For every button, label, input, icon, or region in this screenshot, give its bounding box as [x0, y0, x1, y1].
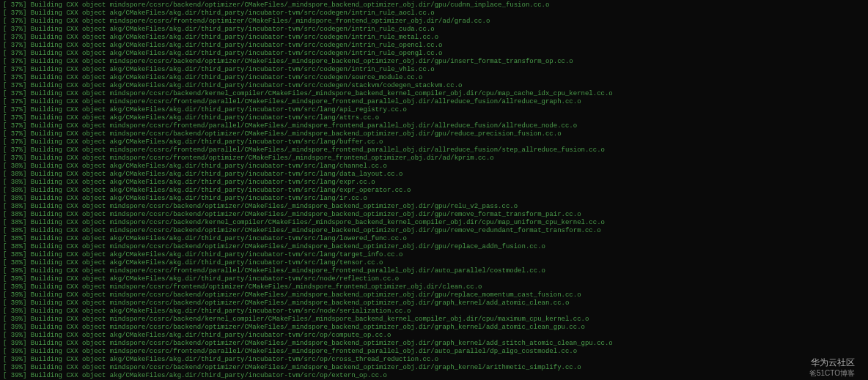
build-line: [ 38%] Building CXX object mindspore/ccs…	[3, 227, 865, 235]
build-line: [ 37%] Building CXX object akg/CMakeFile…	[3, 138, 865, 146]
build-line: [ 37%] Building CXX object akg/CMakeFile…	[3, 106, 865, 114]
build-line: [ 38%] Building CXX object mindspore/ccs…	[3, 211, 865, 219]
build-line: [ 39%] Building CXX object akg/CMakeFile…	[3, 275, 865, 283]
watermark-top: 华为云社区	[811, 359, 855, 367]
build-line: [ 37%] Building CXX object mindspore/ccs…	[3, 146, 865, 154]
build-line: [ 37%] Building CXX object akg/CMakeFile…	[3, 42, 865, 50]
terminal-output: [ 37%] Building CXX object mindspore/ccs…	[3, 1, 865, 380]
build-line: [ 38%] Building CXX object akg/CMakeFile…	[3, 259, 865, 267]
build-line: [ 38%] Building CXX object akg/CMakeFile…	[3, 195, 865, 203]
build-line: [ 37%] Building CXX object mindspore/ccs…	[3, 122, 865, 130]
build-line: [ 37%] Building CXX object mindspore/ccs…	[3, 130, 865, 138]
build-line: [ 38%] Building CXX object mindspore/ccs…	[3, 203, 865, 211]
build-line: [ 37%] Building CXX object mindspore/ccs…	[3, 18, 865, 26]
build-line: [ 38%] Building CXX object mindspore/ccs…	[3, 219, 865, 227]
build-line: [ 37%] Building CXX object akg/CMakeFile…	[3, 50, 865, 58]
build-line: [ 37%] Building CXX object akg/CMakeFile…	[3, 74, 865, 82]
build-line: [ 38%] Building CXX object akg/CMakeFile…	[3, 251, 865, 259]
build-line: [ 39%] Building CXX object mindspore/ccs…	[3, 340, 865, 348]
build-line: [ 37%] Building CXX object akg/CMakeFile…	[3, 26, 865, 34]
build-line: [ 37%] Building CXX object mindspore/ccs…	[3, 58, 865, 66]
build-line: [ 37%] Building CXX object akg/CMakeFile…	[3, 114, 865, 122]
build-line: [ 39%] Building CXX object mindspore/ccs…	[3, 267, 865, 275]
build-line: [ 39%] Building CXX object mindspore/ccs…	[3, 283, 865, 291]
build-line: [ 39%] Building CXX object akg/CMakeFile…	[3, 356, 865, 364]
build-line: [ 37%] Building CXX object mindspore/ccs…	[3, 1, 865, 10]
build-line: [ 38%] Building CXX object akg/CMakeFile…	[3, 163, 865, 171]
build-line: [ 37%] Building CXX object akg/CMakeFile…	[3, 34, 865, 42]
build-line: [ 37%] Building CXX object mindspore/ccs…	[3, 98, 865, 106]
build-line: [ 38%] Building CXX object akg/CMakeFile…	[3, 187, 865, 195]
build-line: [ 39%] Building CXX object mindspore/ccs…	[3, 316, 865, 324]
build-line: [ 39%] Building CXX object mindspore/ccs…	[3, 299, 865, 308]
build-line: [ 38%] Building CXX object akg/CMakeFile…	[3, 171, 865, 179]
watermark-bottom: 爸51CTO博客	[809, 369, 855, 377]
build-line: [ 38%] Building CXX object akg/CMakeFile…	[3, 179, 865, 187]
build-line: [ 38%] Building CXX object mindspore/ccs…	[3, 243, 865, 251]
build-line: [ 37%] Building CXX object akg/CMakeFile…	[3, 66, 865, 74]
build-line: [ 37%] Building CXX object mindspore/ccs…	[3, 90, 865, 98]
build-line: [ 39%] Building CXX object akg/CMakeFile…	[3, 308, 865, 316]
build-line: [ 39%] Building CXX object mindspore/ccs…	[3, 324, 865, 332]
build-line: [ 37%] Building CXX object akg/CMakeFile…	[3, 82, 865, 90]
build-line: [ 37%] Building CXX object akg/CMakeFile…	[3, 10, 865, 18]
build-line: [ 39%] Building CXX object mindspore/ccs…	[3, 364, 865, 372]
build-line: [ 37%] Building CXX object mindspore/ccs…	[3, 154, 865, 163]
build-line: [ 39%] Building CXX object mindspore/ccs…	[3, 291, 865, 299]
build-line: [ 38%] Building CXX object akg/CMakeFile…	[3, 235, 865, 243]
build-line: [ 39%] Building CXX object akg/CMakeFile…	[3, 332, 865, 340]
build-line: [ 39%] Building CXX object mindspore/ccs…	[3, 348, 865, 356]
build-line: [ 39%] Building CXX object akg/CMakeFile…	[3, 372, 865, 380]
